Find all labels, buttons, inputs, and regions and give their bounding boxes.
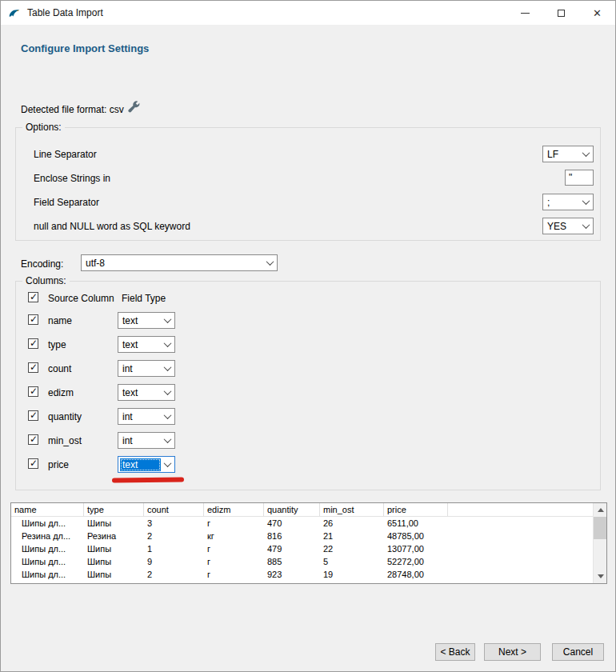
- scrollbar-thumb[interactable]: [594, 517, 607, 539]
- scroll-up-button[interactable]: [594, 503, 607, 517]
- chevron-down-icon: [579, 218, 593, 234]
- field-type-select-min-ost[interactable]: int: [118, 432, 175, 449]
- cell: Резина: [84, 530, 144, 542]
- cell: Шипы: [84, 555, 144, 568]
- cell: 1: [144, 542, 204, 555]
- preview-header-cell[interactable]: name: [11, 503, 84, 516]
- cell: Шипы: [84, 542, 144, 555]
- column-checkbox-count[interactable]: [28, 362, 38, 373]
- preview-table[interactable]: name type count edizm quantity min_ost p…: [10, 502, 607, 584]
- cell: Шипы дл...: [11, 555, 84, 568]
- field-type-select-edizm[interactable]: text: [118, 384, 175, 401]
- column-checkbox-name[interactable]: [28, 314, 38, 325]
- column-label-count: count: [48, 363, 71, 374]
- source-column-header: Source Column: [48, 293, 114, 304]
- cell: 470: [264, 517, 320, 530]
- columns-legend: Columns:: [22, 275, 70, 286]
- cell: 21: [320, 530, 384, 542]
- chevron-down-icon: [161, 385, 174, 400]
- field-type-select-price[interactable]: text: [118, 456, 175, 473]
- vertical-scrollbar[interactable]: [593, 503, 606, 583]
- table-row[interactable]: Шипы дл... Шипы 9 г 885 5 52272,00: [11, 555, 606, 568]
- cell: г: [204, 517, 264, 530]
- chevron-down-icon: [161, 361, 174, 376]
- scroll-down-button[interactable]: [594, 570, 607, 583]
- chevron-down-icon: [263, 255, 277, 270]
- column-checkbox-price[interactable]: [28, 458, 38, 469]
- cell: 28748,00: [384, 568, 448, 581]
- wrench-icon[interactable]: [127, 101, 141, 114]
- cell: 5: [320, 555, 384, 568]
- column-checkbox-min-ost[interactable]: [28, 434, 38, 445]
- back-button[interactable]: < Back: [435, 643, 475, 661]
- cell: 2: [144, 568, 204, 581]
- arrow-down-icon: [598, 574, 604, 578]
- field-type-select-type[interactable]: text: [118, 336, 175, 353]
- chevron-down-icon: [579, 194, 593, 210]
- column-label-price: price: [48, 459, 69, 470]
- table-row[interactable]: Шипы дл... Шипы 2 г 923 19 28748,00: [11, 568, 606, 581]
- minimize-button[interactable]: [507, 1, 543, 25]
- select-all-checkbox[interactable]: [28, 292, 38, 302]
- field-type-select-quantity[interactable]: int: [118, 408, 175, 425]
- cell: г: [204, 542, 264, 555]
- chevron-down-icon: [161, 337, 174, 352]
- cancel-button[interactable]: Cancel: [552, 643, 604, 661]
- preview-header-cell[interactable]: type: [84, 503, 144, 516]
- column-label-quantity: quantity: [48, 411, 82, 422]
- null-keyword-select[interactable]: YES: [542, 218, 594, 234]
- preview-header-cell[interactable]: price: [384, 503, 448, 516]
- titlebar[interactable]: Table Data Import ✕: [1, 1, 615, 25]
- maximize-icon: [558, 10, 565, 17]
- line-separator-select[interactable]: LF: [542, 146, 594, 162]
- preview-header-cell[interactable]: quantity: [264, 503, 320, 516]
- preview-header-cell[interactable]: edizm: [204, 503, 264, 516]
- encoding-label: Encoding:: [21, 258, 63, 270]
- enclose-strings-input[interactable]: [565, 170, 594, 186]
- field-separator-label: Field Separator: [34, 197, 99, 208]
- cell: 48785,00: [384, 530, 448, 542]
- preview-header-filler: [448, 503, 606, 516]
- cell: кг: [204, 530, 264, 542]
- column-checkbox-edizm[interactable]: [28, 386, 38, 397]
- table-row[interactable]: Шипы дл... Шипы 3 г 470 26 6511,00: [11, 517, 606, 530]
- cell: 816: [264, 530, 320, 542]
- page-title: Configure Import Settings: [21, 42, 149, 54]
- chevron-down-icon: [161, 409, 174, 424]
- line-separator-label: Line Separator: [34, 149, 97, 160]
- table-row[interactable]: Резина дл... Резина 2 кг 816 21 48785,00: [11, 530, 606, 542]
- table-row[interactable]: Шипы дл... Шипы 1 г 479 22 13077,00: [11, 542, 606, 555]
- minimize-icon: [521, 13, 530, 14]
- next-button[interactable]: Next >: [484, 643, 541, 661]
- field-separator-select[interactable]: ;: [542, 194, 594, 210]
- annotation-red-underline: [112, 478, 184, 483]
- cell: Резина дл...: [11, 530, 84, 542]
- preview-header-cell[interactable]: count: [144, 503, 204, 516]
- preview-header-cell[interactable]: min_ost: [320, 503, 384, 516]
- preview-header-row: name type count edizm quantity min_ost p…: [11, 503, 606, 517]
- column-label-type: type: [48, 339, 66, 350]
- mysql-app-icon: [8, 6, 21, 19]
- cell: 9: [144, 555, 204, 568]
- close-icon: ✕: [593, 8, 602, 18]
- options-group: Options: Line Separator LF Enclose Strin…: [15, 127, 601, 241]
- cell: г: [204, 568, 264, 581]
- columns-group: Columns: Source Column Field Type name t…: [15, 281, 601, 490]
- cell: 13077,00: [384, 542, 448, 555]
- column-checkbox-quantity[interactable]: [28, 410, 38, 421]
- column-label-min-ost: min_ost: [48, 435, 82, 446]
- maximize-button[interactable]: [543, 1, 579, 25]
- column-label-name: name: [48, 315, 72, 326]
- cell: 923: [264, 568, 320, 581]
- cell: 26: [320, 517, 384, 530]
- table-data-import-window: Table Data Import ✕ Configure Import Set…: [0, 0, 616, 672]
- close-button[interactable]: ✕: [579, 1, 615, 25]
- encoding-select[interactable]: utf-8: [81, 254, 278, 271]
- cell: 2: [144, 530, 204, 542]
- window-title: Table Data Import: [27, 7, 103, 18]
- cell: Шипы дл...: [11, 542, 84, 555]
- cell: г: [204, 555, 264, 568]
- field-type-select-count[interactable]: int: [118, 360, 175, 377]
- field-type-select-name[interactable]: text: [118, 312, 175, 329]
- column-checkbox-type[interactable]: [28, 338, 38, 349]
